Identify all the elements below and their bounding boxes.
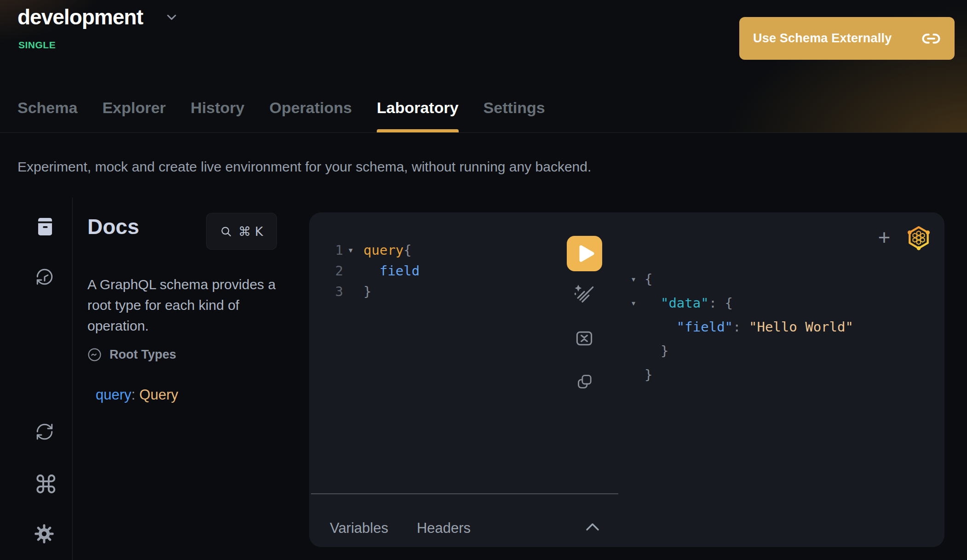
editor-line: 3 } (332, 281, 420, 302)
settings-gear-icon[interactable] (34, 523, 55, 544)
tab-explorer[interactable]: Explorer (102, 99, 166, 132)
code-line: } (363, 284, 420, 299)
root-type-row: query: Query (96, 387, 178, 403)
search-icon (220, 225, 232, 238)
brace-token: } (645, 343, 668, 359)
fold-toggle-icon[interactable]: ▾ (343, 246, 363, 255)
editor-line: 2 field (332, 260, 420, 281)
main-nav-tabs: Schema Explorer History Operations Labor… (17, 99, 545, 132)
execute-query-button[interactable] (567, 236, 602, 271)
tab-variables[interactable]: Variables (330, 520, 388, 537)
keyword-token: query (363, 242, 403, 258)
docs-search-button[interactable]: ⌘ K (206, 213, 277, 250)
response-viewer: ▾ { ▾ "data": { "field": "Hello World" }… (628, 267, 853, 387)
response-line: "field": "Hello World" (628, 315, 853, 339)
tab-settings[interactable]: Settings (484, 99, 545, 132)
graphiql-panel: 1 ▾ query{ 2 field 3 } (309, 212, 944, 547)
command-glyph: ⌘ (34, 470, 58, 499)
page-header: development SINGLE Use Schema Externally… (0, 0, 967, 133)
brace-token: { (403, 242, 411, 258)
collapse-editor-tools-button[interactable] (584, 521, 601, 532)
brace-token: } (363, 284, 371, 299)
copy-query-icon[interactable] (575, 372, 593, 391)
search-shortcut-label: ⌘ K (238, 224, 263, 239)
chevron-down-icon (165, 11, 178, 23)
line-number: 3 (332, 284, 343, 299)
left-toolbar-rail: ⌘ (0, 198, 73, 560)
json-key-token: "field" (645, 319, 733, 335)
line-number: 2 (332, 263, 343, 279)
add-operation-tab-button[interactable]: + (873, 223, 895, 251)
code-line: query{ (363, 242, 420, 258)
page-subtitle: Experiment, mock and create live environ… (17, 159, 591, 175)
json-string-token: "Hello World" (749, 319, 853, 335)
response-line: ▾ "data": { (628, 291, 853, 315)
refresh-schema-icon[interactable] (35, 422, 54, 441)
response-line: } (628, 363, 853, 387)
json-line: } (645, 343, 853, 359)
tab-laboratory[interactable]: Laboratory (377, 99, 459, 132)
query-editor[interactable]: 1 ▾ query{ 2 field 3 } (332, 240, 420, 302)
tab-operations[interactable]: Operations (270, 99, 352, 132)
tab-schema-label: Schema (17, 99, 77, 116)
link-icon (921, 29, 941, 48)
brace-token: } (645, 367, 652, 383)
docs-book-icon[interactable] (36, 216, 54, 237)
tab-explorer-label: Explorer (102, 99, 166, 116)
use-schema-externally-label: Use Schema Externally (753, 31, 892, 46)
response-line: } (628, 339, 853, 363)
tab-history[interactable]: History (190, 99, 244, 132)
target-selector-dropdown[interactable]: development (17, 5, 178, 29)
colon-token: : (709, 295, 725, 311)
root-separator: : (132, 387, 139, 403)
graphql-hive-logo-icon[interactable] (906, 224, 931, 251)
editor-footer-tabs: Variables Headers (330, 520, 471, 537)
query-type-link[interactable]: Query (139, 387, 178, 403)
line-number: 1 (332, 242, 343, 258)
tab-headers[interactable]: Headers (417, 520, 471, 537)
keyboard-shortcuts-icon[interactable]: ⌘ (34, 473, 58, 497)
editor-footer-divider (311, 493, 618, 494)
colon-token: : (733, 319, 749, 335)
editor-line: 1 ▾ query{ (332, 240, 420, 260)
root-types-label: Root Types (109, 348, 176, 362)
play-icon (567, 236, 602, 271)
fold-toggle-icon[interactable]: ▾ (628, 299, 645, 308)
tab-history-label: History (190, 99, 244, 116)
history-icon[interactable] (35, 267, 54, 286)
json-key-token: "data" (645, 295, 709, 311)
root-types-section: Root Types (87, 348, 176, 362)
merge-fragments-icon[interactable] (574, 328, 594, 349)
tab-schema[interactable]: Schema (17, 99, 77, 132)
prettify-icon[interactable] (572, 282, 596, 306)
page-title: development (17, 5, 143, 29)
brace-token: { (645, 271, 652, 287)
field-token: field (363, 263, 420, 279)
laboratory-page: development SINGLE Use Schema Externally… (0, 0, 967, 560)
json-line: { (645, 271, 853, 287)
code-line: field (363, 263, 420, 279)
root-query-link[interactable]: query (96, 387, 132, 403)
tilde-circle-icon (87, 348, 102, 362)
tab-laboratory-label: Laboratory (377, 99, 459, 116)
json-line: "field": "Hello World" (645, 319, 853, 335)
docs-description: A GraphQL schema provides a root type fo… (87, 274, 290, 336)
json-line: "data": { (645, 295, 853, 311)
fold-toggle-icon[interactable]: ▾ (628, 275, 645, 284)
chevron-up-icon (584, 521, 601, 532)
use-schema-externally-button[interactable]: Use Schema Externally (739, 17, 955, 60)
docs-title: Docs (87, 214, 139, 239)
tab-operations-label: Operations (270, 99, 352, 116)
json-line: } (645, 367, 853, 383)
tab-settings-label: Settings (484, 99, 545, 116)
target-type-badge: SINGLE (18, 40, 56, 51)
response-line: ▾ { (628, 267, 853, 291)
brace-token: { (725, 295, 733, 311)
active-tab-indicator (377, 129, 459, 132)
